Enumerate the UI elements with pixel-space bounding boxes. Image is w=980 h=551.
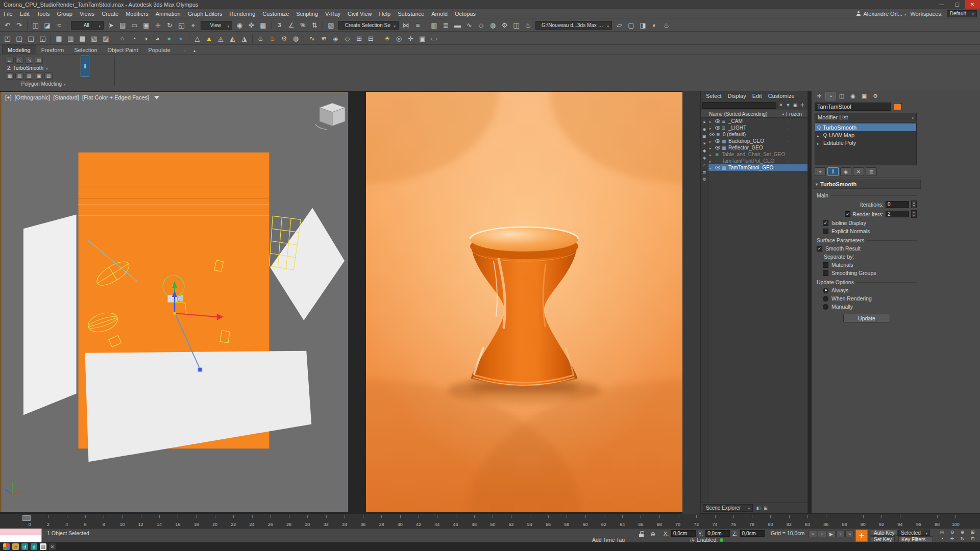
secondary-tool-icon[interactable]: ☀ bbox=[382, 33, 393, 44]
name-column-header[interactable]: Name (Sorted Ascending) bbox=[709, 111, 780, 117]
y-coordinate-field[interactable]: 0,0cm bbox=[705, 530, 730, 537]
frozen-cell[interactable] bbox=[788, 126, 807, 131]
timeline-tick[interactable]: 78 bbox=[743, 514, 761, 528]
use-pivot-point-center-icon[interactable]: ◉ bbox=[234, 20, 245, 31]
open-project-folder-icon[interactable]: ▱ bbox=[614, 20, 625, 31]
select-and-rotate-icon[interactable]: ↻ bbox=[164, 20, 175, 31]
asset-library-icon[interactable]: ▢ bbox=[626, 20, 636, 31]
scene-explorer-header[interactable]: Name (Sorted Ascending) ▲ Frozen bbox=[701, 110, 807, 118]
object-name[interactable]: TamTamStool_GEO bbox=[728, 165, 787, 170]
object-name[interactable]: TamTamPlantPot_GEO bbox=[722, 158, 787, 164]
secondary-tool-icon[interactable]: ⚙ bbox=[279, 33, 289, 44]
menu-item[interactable]: Substance bbox=[394, 11, 428, 17]
selection-filter-dropdown[interactable]: All bbox=[71, 21, 104, 30]
zoom-extents-icon[interactable]: ⊕ bbox=[958, 529, 967, 535]
ribbon-tool-icon[interactable]: ▦ bbox=[6, 72, 14, 80]
timeline-tick[interactable]: 100 bbox=[946, 514, 965, 528]
menu-item[interactable]: Graph Editors bbox=[184, 11, 226, 17]
toolbar-icon[interactable] bbox=[51, 34, 51, 43]
secondary-tool-icon[interactable]: ◍ bbox=[290, 33, 301, 44]
visibility-eye-icon[interactable] bbox=[715, 146, 720, 149]
explorer-display-toggle-icon[interactable]: ▣ bbox=[701, 134, 707, 139]
timeline-tick[interactable]: 68 bbox=[650, 514, 669, 528]
frozen-cell[interactable] bbox=[788, 119, 807, 124]
menu-item[interactable]: Help bbox=[376, 11, 395, 17]
toolbar-icon[interactable] bbox=[252, 34, 253, 43]
explorer-new-icon[interactable]: ⊞ bbox=[762, 505, 769, 512]
timeline-tick[interactable]: 42 bbox=[409, 514, 428, 528]
ribbon-minimize-icon[interactable]: ▴ bbox=[191, 47, 198, 54]
spinner-snap-icon[interactable]: ⇅ bbox=[309, 20, 320, 31]
secondary-tool-icon[interactable]: ◮ bbox=[239, 33, 250, 44]
ribbon-tool-icon[interactable]: ▱ bbox=[6, 57, 14, 64]
scene-explorer-menu[interactable]: Select bbox=[703, 93, 725, 99]
toggle-layer-explorer-icon[interactable]: ≣ bbox=[440, 20, 451, 31]
secondary-tool-icon[interactable]: ▣ bbox=[417, 33, 428, 44]
secondary-tool-icon[interactable]: ⊞ bbox=[354, 33, 364, 44]
orbit-icon[interactable]: ↻ bbox=[958, 536, 967, 542]
explicit-normals-checkbox[interactable] bbox=[823, 229, 828, 234]
ribbon-tool-icon[interactable]: ▧ bbox=[15, 72, 23, 80]
toolbar-icon[interactable] bbox=[114, 34, 114, 43]
toolbar-icon[interactable] bbox=[67, 20, 67, 30]
ribbon-tool-icon[interactable]: ◺ bbox=[15, 57, 23, 64]
make-unique-icon[interactable]: ◈ bbox=[840, 167, 851, 176]
minimize-button[interactable]: — bbox=[934, 0, 949, 9]
go-to-end-icon[interactable]: » bbox=[845, 531, 854, 537]
modifier-stack-row[interactable]: TurboSmooth bbox=[815, 123, 916, 131]
secondary-tool-icon[interactable]: ▭ bbox=[429, 33, 439, 44]
timeline-tick[interactable]: 64 bbox=[613, 514, 631, 528]
secondary-tool-icon[interactable]: ▨ bbox=[101, 33, 111, 44]
expand-arrow-icon[interactable] bbox=[709, 165, 714, 170]
timeline-tick[interactable]: 70 bbox=[669, 514, 687, 528]
key-selection-dropdown[interactable]: Selected bbox=[898, 530, 930, 536]
timeline-tick[interactable]: 32 bbox=[317, 514, 335, 528]
rendered-frame-window-icon[interactable]: ◫ bbox=[511, 20, 522, 31]
toolbar-icon[interactable] bbox=[189, 34, 189, 43]
timeline-tick[interactable]: 48 bbox=[465, 514, 483, 528]
timeline-tick[interactable]: 74 bbox=[705, 514, 724, 528]
explorer-display-toggle-icon[interactable]: ➤ bbox=[701, 119, 707, 125]
object-name[interactable]: Backdrop_GEO bbox=[728, 138, 787, 144]
secondary-tool-icon[interactable]: ✛ bbox=[405, 33, 416, 44]
menu-item[interactable]: Animation bbox=[152, 11, 184, 17]
schematic-view-icon[interactable]: ◇ bbox=[476, 20, 486, 31]
timeline-tick[interactable]: 18 bbox=[187, 514, 206, 528]
zoom-region-icon[interactable]: ⊞ bbox=[968, 529, 977, 535]
viewport-shading-menu[interactable]: [Flat Color + Edged Faces] bbox=[82, 94, 149, 101]
expand-arrow-icon[interactable] bbox=[709, 125, 714, 131]
timeline-tick[interactable]: 54 bbox=[521, 514, 539, 528]
x-coordinate-field[interactable]: 0,0cm bbox=[671, 530, 696, 537]
motion-tab-icon[interactable]: ◉ bbox=[848, 92, 858, 101]
percent-snap-icon[interactable]: % bbox=[298, 20, 308, 31]
frozen-cell[interactable] bbox=[788, 132, 807, 137]
taskbar-app-icon[interactable]: d bbox=[31, 543, 37, 550]
ribbon-cycle-icon[interactable]: ◌ bbox=[181, 47, 188, 54]
object-name[interactable]: _CAM bbox=[728, 118, 787, 124]
modifier-stack-row[interactable]: Editable Poly bbox=[815, 139, 916, 146]
manually-radio[interactable] bbox=[823, 304, 828, 310]
expand-arrow-icon[interactable] bbox=[709, 118, 714, 124]
secondary-tool-icon[interactable]: ◱ bbox=[26, 33, 36, 44]
select-and-manipulate-icon[interactable]: ✜ bbox=[246, 20, 257, 31]
timeline-tick[interactable]: 84 bbox=[798, 514, 817, 528]
filter-dropdown-icon[interactable]: ▼ bbox=[785, 102, 792, 109]
timeline-tick[interactable]: 38 bbox=[372, 514, 390, 528]
render-iters-checkbox[interactable] bbox=[845, 211, 850, 217]
pan-icon[interactable]: ✛ bbox=[947, 536, 957, 542]
timeline-tick[interactable]: 94 bbox=[891, 514, 909, 528]
frozen-cell[interactable] bbox=[788, 145, 807, 151]
secondary-tool-icon[interactable]: ∿ bbox=[307, 33, 317, 44]
secondary-tool-icon[interactable]: ♨ bbox=[255, 33, 266, 44]
menu-item[interactable]: Edit bbox=[16, 11, 33, 17]
scene-explorer-menu[interactable]: Edit bbox=[749, 93, 765, 99]
select-object-icon[interactable]: ➤ bbox=[106, 20, 116, 31]
ribbon-tool-icon[interactable]: ▤ bbox=[44, 72, 53, 80]
timeline-tick[interactable]: 20 bbox=[206, 514, 224, 528]
scene-explorer-menu[interactable]: Customize bbox=[765, 93, 798, 99]
modifier-stack-row[interactable]: UVW Map bbox=[815, 131, 916, 139]
secondary-tool-icon[interactable]: ▤ bbox=[54, 33, 64, 44]
secondary-tool-icon[interactable]: ◬ bbox=[215, 33, 226, 44]
maximize-viewport-icon[interactable]: ⊡ bbox=[968, 536, 977, 542]
menu-item[interactable]: Customize bbox=[259, 11, 292, 17]
